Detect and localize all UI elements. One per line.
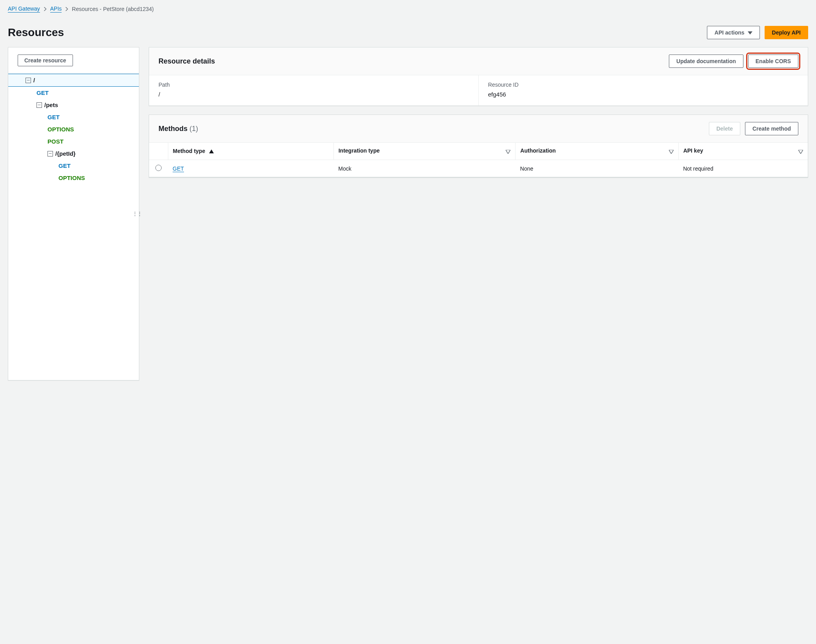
resource-details-body: Path / Resource ID efg456 xyxy=(149,75,808,106)
tree-pets-post[interactable]: POST xyxy=(8,135,139,147)
collapse-icon[interactable]: – xyxy=(47,151,53,156)
method-get-link[interactable]: GET xyxy=(173,166,184,172)
sidebar-top: Create resource xyxy=(8,47,139,74)
cell-integration: Mock xyxy=(333,160,515,177)
detail-resource-id: Resource ID efg456 xyxy=(478,75,808,106)
table-row[interactable]: GET Mock None Not required xyxy=(149,160,808,177)
resource-details-panel: Resource details Update documentation En… xyxy=(149,47,808,106)
method-label: GET xyxy=(47,114,60,120)
page-title: Resources xyxy=(8,26,64,39)
path-label: Path xyxy=(158,82,469,88)
tree-pets[interactable]: – /pets xyxy=(8,99,139,111)
methods-body: Method type Integration type xyxy=(149,143,808,177)
sort-icon xyxy=(669,149,674,155)
collapse-icon[interactable]: – xyxy=(36,102,42,108)
methods-table: Method type Integration type xyxy=(149,143,808,177)
resource-details-heading: Resource details xyxy=(158,57,215,65)
tree-pets-get[interactable]: GET xyxy=(8,111,139,123)
update-documentation-button[interactable]: Update documentation xyxy=(669,55,743,68)
tree-root-get[interactable]: GET xyxy=(8,87,139,99)
cell-authorization: None xyxy=(515,160,678,177)
breadcrumb-apis[interactable]: APIs xyxy=(50,5,62,13)
chevron-right-icon xyxy=(43,7,47,11)
column-integration-type[interactable]: Integration type xyxy=(333,143,515,160)
resource-details-actions: Update documentation Enable CORS xyxy=(669,55,798,68)
create-resource-button[interactable]: Create resource xyxy=(18,55,73,66)
method-label: GET xyxy=(36,89,49,96)
detail-row: Path / Resource ID efg456 xyxy=(149,75,808,106)
page-header: Resources API actions Deploy API xyxy=(0,18,816,47)
deploy-api-button[interactable]: Deploy API xyxy=(765,26,808,39)
methods-actions: Delete Create method xyxy=(709,122,798,135)
breadcrumb-current: Resources - PetStore (abcd1234) xyxy=(72,6,154,12)
collapse-icon[interactable]: – xyxy=(26,78,31,83)
caret-down-icon xyxy=(748,29,752,36)
methods-heading: Methods (1) xyxy=(158,125,198,133)
sort-icon xyxy=(506,149,510,155)
tree-petid-options[interactable]: OPTIONS xyxy=(8,172,139,184)
sort-icon xyxy=(798,149,803,155)
tree-petid-label: /{petId} xyxy=(55,150,76,157)
column-authorization[interactable]: Authorization xyxy=(515,143,678,160)
resource-details-header: Resource details Update documentation En… xyxy=(149,47,808,75)
column-method-type[interactable]: Method type xyxy=(168,143,333,160)
tree-root-label: / xyxy=(33,77,35,84)
main-layout: Create resource – / GET – /pets GET OPTI… xyxy=(0,47,816,388)
tree-pets-options[interactable]: OPTIONS xyxy=(8,123,139,135)
methods-header: Methods (1) Delete Create method xyxy=(149,115,808,143)
column-api-key[interactable]: API key xyxy=(678,143,808,160)
tree-pets-label: /pets xyxy=(44,102,58,108)
breadcrumb-api-gateway[interactable]: API Gateway xyxy=(8,5,40,13)
tree-petid[interactable]: – /{petId} xyxy=(8,147,139,160)
methods-panel: Methods (1) Delete Create method Method … xyxy=(149,115,808,178)
resource-id-label: Resource ID xyxy=(488,82,798,88)
tree-petid-get[interactable]: GET xyxy=(8,160,139,172)
create-method-button[interactable]: Create method xyxy=(745,122,798,135)
api-actions-label: API actions xyxy=(714,29,744,36)
chevron-right-icon xyxy=(65,7,69,11)
method-label: GET xyxy=(58,162,71,169)
resize-handle-icon[interactable]: ⋮⋮ xyxy=(133,211,142,216)
delete-method-button: Delete xyxy=(709,122,740,135)
methods-count: (1) xyxy=(189,125,198,133)
resource-tree: – / GET – /pets GET OPTIONS POST – /{pet… xyxy=(8,74,139,184)
table-header-row: Method type Integration type xyxy=(149,143,808,160)
path-value: / xyxy=(158,91,469,98)
sort-asc-icon xyxy=(209,148,214,155)
detail-path: Path / xyxy=(149,75,478,106)
cell-api-key: Not required xyxy=(678,160,808,177)
resource-id-value: efg456 xyxy=(488,91,798,98)
main-content: Resource details Update documentation En… xyxy=(149,47,808,380)
method-label: OPTIONS xyxy=(47,126,74,133)
method-label: OPTIONS xyxy=(58,175,85,181)
enable-cors-button[interactable]: Enable CORS xyxy=(748,55,798,68)
column-select xyxy=(149,143,168,160)
breadcrumb: API Gateway APIs Resources - PetStore (a… xyxy=(0,0,816,18)
api-actions-button[interactable]: API actions xyxy=(707,26,760,39)
tree-root[interactable]: – / xyxy=(8,74,139,87)
radio-select[interactable] xyxy=(155,165,162,171)
header-actions: API actions Deploy API xyxy=(707,26,808,39)
resources-sidebar: Create resource – / GET – /pets GET OPTI… xyxy=(8,47,139,380)
method-label: POST xyxy=(47,138,64,145)
